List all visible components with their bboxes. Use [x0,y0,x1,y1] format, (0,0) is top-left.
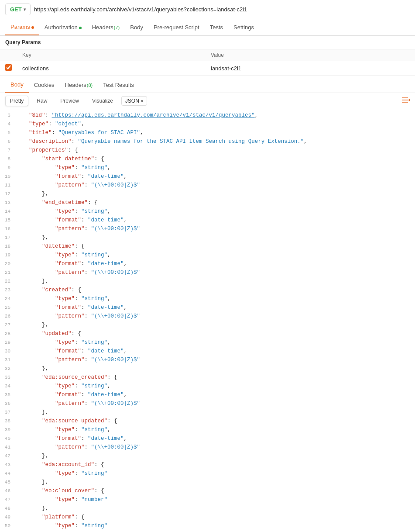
code-line: 10 "format": "date-time", [0,172,415,181]
line-number: 3 [0,112,16,120]
response-tab-headers[interactable]: Headers(8) [60,78,98,92]
line-number: 33 [0,374,16,382]
line-number: 12 [0,190,16,198]
code-line: 4 "type": "object", [0,120,415,128]
line-content: "start_datetime": { [16,155,415,163]
col-key: Key [17,49,206,61]
line-number: 45 [0,479,16,487]
line-content: }, [16,321,415,329]
line-content: "eda:source_created": { [16,373,415,382]
code-line: 30 "format": "date-time", [0,347,415,356]
line-number: 16 [0,225,16,233]
line-content: "type": "string", [16,338,415,347]
line-content: "eda:account_id": { [16,460,415,469]
format-raw-button[interactable]: Raw [32,96,52,106]
tab-params[interactable]: Params [5,19,39,35]
code-line: 18 "datetime": { [0,242,415,251]
url-bar: GET ▾ [0,0,415,19]
query-params-table: Key Value collections landsat-c2l1 [0,49,415,76]
line-number: 23 [0,287,16,294]
line-content: "eo:cloud_cover": { [16,487,415,495]
line-number: 4 [0,121,16,128]
code-line: 42 }, [0,452,415,460]
line-content: "format": "date-time", [16,172,415,181]
response-tab-cookies[interactable]: Cookies [29,78,60,92]
line-number: 41 [0,444,16,452]
line-content: "updated": { [16,329,415,338]
code-line: 19 "type": "string", [0,251,415,259]
code-line: 50 "type": "string" [0,522,415,530]
code-line: 23 "created": { [0,286,415,294]
code-line: 33 "eda:source_created": { [0,373,415,382]
line-content: "$id": "https://api.eds.earthdaily.com/a… [16,111,415,120]
url-input[interactable] [34,6,410,13]
code-line: 31 "pattern": "(\\+00:00|Z)$" [0,356,415,364]
code-line: 21 "pattern": "(\\+00:00|Z)$" [0,268,415,277]
line-number: 27 [0,321,16,329]
line-number: 35 [0,391,16,399]
method-selector[interactable]: GET ▾ [5,3,31,15]
line-number: 14 [0,208,16,216]
tab-tests[interactable]: Tests [205,20,228,35]
json-chevron-icon: ▾ [141,99,143,104]
line-content: "format": "date-time", [16,303,415,312]
format-visualize-button[interactable]: Visualize [87,96,118,106]
code-line: 13 "end_datetime": { [0,198,415,207]
param-value: landsat-c2l1 [206,61,415,76]
json-type-selector[interactable]: JSON ▾ [121,96,147,106]
line-content: }, [16,408,415,417]
line-number: 48 [0,505,16,513]
code-line: 9 "type": "string", [0,163,415,172]
param-checkbox[interactable] [5,64,12,71]
line-number: 43 [0,461,16,469]
tab-prerequest[interactable]: Pre-request Script [148,20,205,35]
code-line: 7 "properties": { [0,146,415,155]
response-tab-bar: Body Cookies Headers(8) Test Results [0,77,415,93]
query-params-label: Query Params [0,36,415,49]
line-number: 5 [0,129,16,137]
line-content: "type": "string" [16,522,415,530]
auth-dot [79,27,82,29]
line-content: "eda:source_updated": { [16,417,415,425]
code-line: 34 "type": "string", [0,382,415,390]
line-number: 28 [0,330,16,338]
format-pretty-button[interactable]: Pretty [5,96,28,106]
tab-settings[interactable]: Settings [228,20,259,35]
code-line: 51 }, [0,530,415,532]
param-key: collections [17,61,206,76]
code-line: 44 "type": "string" [0,469,415,478]
line-number: 34 [0,383,16,390]
code-view: 3 "$id": "https://api.eds.earthdaily.com… [0,109,415,532]
line-content: "type": "string", [16,251,415,259]
tab-authorization[interactable]: Authorization [39,20,87,35]
line-content: }, [16,190,415,198]
param-checkbox-cell[interactable] [0,61,17,76]
code-line: 20 "format": "date-time", [0,259,415,268]
line-number: 44 [0,470,16,478]
line-content: }, [16,277,415,286]
response-tab-body[interactable]: Body [5,77,29,93]
line-content: "format": "date-time", [16,390,415,399]
code-line: 45 }, [0,478,415,487]
response-tab-test-results[interactable]: Test Results [98,78,139,92]
code-line: 24 "type": "string", [0,294,415,303]
line-number: 24 [0,295,16,303]
line-content: }, [16,478,415,487]
format-preview-button[interactable]: Preview [55,96,84,106]
tab-body[interactable]: Body [125,20,148,35]
code-line: 48 }, [0,504,415,513]
line-content: "type": "string", [16,163,415,172]
line-number: 6 [0,138,16,146]
line-number: 15 [0,217,16,225]
line-number: 50 [0,522,16,530]
code-line: 25 "format": "date-time", [0,303,415,312]
col-value: Value [206,49,415,61]
code-line: 38 "eda:source_updated": { [0,417,415,425]
wrap-icon[interactable] [402,97,410,105]
line-number: 7 [0,147,16,155]
line-number: 30 [0,348,16,356]
code-line: 27 }, [0,321,415,329]
line-content: "datetime": { [16,242,415,251]
line-number: 17 [0,234,16,242]
tab-headers[interactable]: Headers(7) [87,20,125,35]
